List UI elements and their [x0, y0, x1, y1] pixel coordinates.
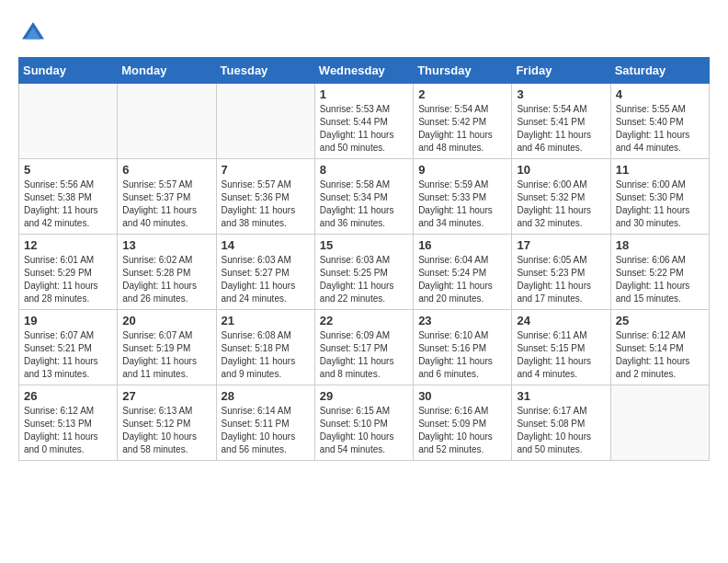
day-number: 16 — [418, 238, 506, 252]
day-cell: 28Sunrise: 6:14 AM Sunset: 5:11 PM Dayli… — [216, 385, 314, 461]
day-info: Sunrise: 6:07 AM Sunset: 5:19 PM Dayligh… — [122, 329, 210, 381]
day-number: 26 — [24, 389, 112, 403]
weekday-header-saturday: Saturday — [610, 58, 709, 84]
day-cell: 22Sunrise: 6:09 AM Sunset: 5:17 PM Dayli… — [314, 310, 413, 385]
day-cell: 31Sunrise: 6:17 AM Sunset: 5:08 PM Dayli… — [512, 385, 610, 461]
week-row-4: 19Sunrise: 6:07 AM Sunset: 5:21 PM Dayli… — [19, 310, 710, 385]
day-info: Sunrise: 5:57 AM Sunset: 5:37 PM Dayligh… — [122, 178, 210, 230]
day-info: Sunrise: 6:03 AM Sunset: 5:27 PM Dayligh… — [222, 254, 310, 305]
day-cell: 10Sunrise: 6:00 AM Sunset: 5:32 PM Dayli… — [512, 159, 610, 235]
week-row-5: 26Sunrise: 6:12 AM Sunset: 5:13 PM Dayli… — [19, 385, 710, 461]
day-cell: 5Sunrise: 5:56 AM Sunset: 5:38 PM Daylig… — [19, 159, 118, 235]
day-cell: 21Sunrise: 6:08 AM Sunset: 5:18 PM Dayli… — [216, 310, 314, 385]
weekday-header-sunday: Sunday — [19, 58, 118, 84]
day-cell: 16Sunrise: 6:04 AM Sunset: 5:24 PM Dayli… — [414, 235, 512, 310]
day-info: Sunrise: 6:12 AM Sunset: 5:13 PM Dayligh… — [24, 405, 112, 456]
weekday-header-row: SundayMondayTuesdayWednesdayThursdayFrid… — [19, 58, 710, 84]
day-info: Sunrise: 5:55 AM Sunset: 5:40 PM Dayligh… — [616, 103, 704, 155]
day-info: Sunrise: 5:54 AM Sunset: 5:42 PM Dayligh… — [418, 103, 506, 155]
weekday-header-thursday: Thursday — [414, 58, 512, 84]
day-number: 10 — [517, 163, 605, 177]
day-info: Sunrise: 6:03 AM Sunset: 5:25 PM Dayligh… — [320, 254, 408, 305]
day-info: Sunrise: 6:04 AM Sunset: 5:24 PM Dayligh… — [418, 254, 506, 305]
day-info: Sunrise: 5:59 AM Sunset: 5:33 PM Dayligh… — [418, 178, 506, 230]
day-number: 14 — [222, 238, 310, 252]
day-number: 11 — [616, 163, 704, 177]
day-number: 22 — [320, 314, 408, 327]
day-info: Sunrise: 6:00 AM Sunset: 5:32 PM Dayligh… — [517, 178, 605, 230]
day-number: 4 — [616, 87, 704, 101]
day-info: Sunrise: 6:02 AM Sunset: 5:28 PM Dayligh… — [122, 254, 210, 305]
day-cell — [216, 84, 314, 159]
day-number: 30 — [418, 389, 506, 403]
day-cell: 7Sunrise: 5:57 AM Sunset: 5:36 PM Daylig… — [216, 159, 314, 235]
day-number: 3 — [517, 87, 605, 101]
day-cell: 8Sunrise: 5:58 AM Sunset: 5:34 PM Daylig… — [314, 159, 413, 235]
day-number: 15 — [320, 238, 408, 252]
day-cell: 2Sunrise: 5:54 AM Sunset: 5:42 PM Daylig… — [414, 84, 512, 159]
day-info: Sunrise: 6:07 AM Sunset: 5:21 PM Dayligh… — [24, 329, 112, 381]
day-cell: 1Sunrise: 5:53 AM Sunset: 5:44 PM Daylig… — [314, 84, 413, 159]
day-cell: 26Sunrise: 6:12 AM Sunset: 5:13 PM Dayli… — [19, 385, 118, 461]
day-number: 6 — [122, 163, 210, 177]
day-info: Sunrise: 5:56 AM Sunset: 5:38 PM Dayligh… — [24, 178, 112, 230]
day-number: 5 — [24, 163, 112, 177]
day-info: Sunrise: 6:08 AM Sunset: 5:18 PM Dayligh… — [222, 329, 310, 381]
day-number: 2 — [418, 87, 506, 101]
day-number: 29 — [320, 389, 408, 403]
day-info: Sunrise: 6:12 AM Sunset: 5:14 PM Dayligh… — [616, 329, 704, 381]
day-cell: 6Sunrise: 5:57 AM Sunset: 5:37 PM Daylig… — [118, 159, 216, 235]
week-row-2: 5Sunrise: 5:56 AM Sunset: 5:38 PM Daylig… — [19, 159, 710, 235]
day-number: 7 — [222, 163, 310, 177]
day-info: Sunrise: 6:01 AM Sunset: 5:29 PM Dayligh… — [24, 254, 112, 305]
day-cell: 12Sunrise: 6:01 AM Sunset: 5:29 PM Dayli… — [19, 235, 118, 310]
day-cell: 4Sunrise: 5:55 AM Sunset: 5:40 PM Daylig… — [610, 84, 709, 159]
day-info: Sunrise: 6:14 AM Sunset: 5:11 PM Dayligh… — [222, 405, 310, 456]
day-number: 19 — [24, 314, 112, 327]
day-number: 8 — [320, 163, 408, 177]
week-row-1: 1Sunrise: 5:53 AM Sunset: 5:44 PM Daylig… — [19, 84, 710, 159]
day-cell: 27Sunrise: 6:13 AM Sunset: 5:12 PM Dayli… — [118, 385, 216, 461]
day-number: 23 — [418, 314, 506, 327]
day-cell: 25Sunrise: 6:12 AM Sunset: 5:14 PM Dayli… — [610, 310, 709, 385]
day-cell: 18Sunrise: 6:06 AM Sunset: 5:22 PM Dayli… — [610, 235, 709, 310]
day-info: Sunrise: 6:10 AM Sunset: 5:16 PM Dayligh… — [418, 329, 506, 381]
day-number: 28 — [222, 389, 310, 403]
day-number: 25 — [616, 314, 704, 327]
day-cell: 14Sunrise: 6:03 AM Sunset: 5:27 PM Dayli… — [216, 235, 314, 310]
day-info: Sunrise: 6:06 AM Sunset: 5:22 PM Dayligh… — [616, 254, 704, 305]
weekday-header-tuesday: Tuesday — [216, 58, 314, 84]
day-info: Sunrise: 6:11 AM Sunset: 5:15 PM Dayligh… — [517, 329, 605, 381]
day-cell: 24Sunrise: 6:11 AM Sunset: 5:15 PM Dayli… — [512, 310, 610, 385]
day-number: 18 — [616, 238, 704, 252]
day-cell: 30Sunrise: 6:16 AM Sunset: 5:09 PM Dayli… — [414, 385, 512, 461]
day-info: Sunrise: 5:53 AM Sunset: 5:44 PM Dayligh… — [320, 103, 408, 155]
day-cell: 17Sunrise: 6:05 AM Sunset: 5:23 PM Dayli… — [512, 235, 610, 310]
day-number: 24 — [517, 314, 605, 327]
day-info: Sunrise: 6:00 AM Sunset: 5:30 PM Dayligh… — [616, 178, 704, 230]
logo — [18, 18, 50, 48]
day-cell — [19, 84, 118, 159]
day-info: Sunrise: 6:17 AM Sunset: 5:08 PM Dayligh… — [517, 405, 605, 456]
day-info: Sunrise: 6:13 AM Sunset: 5:12 PM Dayligh… — [122, 405, 210, 456]
day-number: 21 — [222, 314, 310, 327]
day-cell: 13Sunrise: 6:02 AM Sunset: 5:28 PM Dayli… — [118, 235, 216, 310]
week-row-3: 12Sunrise: 6:01 AM Sunset: 5:29 PM Dayli… — [19, 235, 710, 310]
day-info: Sunrise: 5:54 AM Sunset: 5:41 PM Dayligh… — [517, 103, 605, 155]
day-cell: 15Sunrise: 6:03 AM Sunset: 5:25 PM Dayli… — [314, 235, 413, 310]
day-info: Sunrise: 6:16 AM Sunset: 5:09 PM Dayligh… — [418, 405, 506, 456]
weekday-header-wednesday: Wednesday — [314, 58, 413, 84]
day-info: Sunrise: 6:09 AM Sunset: 5:17 PM Dayligh… — [320, 329, 408, 381]
day-cell — [610, 385, 709, 461]
day-cell: 19Sunrise: 6:07 AM Sunset: 5:21 PM Dayli… — [19, 310, 118, 385]
day-number: 9 — [418, 163, 506, 177]
day-info: Sunrise: 6:05 AM Sunset: 5:23 PM Dayligh… — [517, 254, 605, 305]
day-number: 31 — [517, 389, 605, 403]
day-number: 17 — [517, 238, 605, 252]
day-info: Sunrise: 5:58 AM Sunset: 5:34 PM Dayligh… — [320, 178, 408, 230]
day-number: 20 — [122, 314, 210, 327]
day-number: 27 — [122, 389, 210, 403]
day-info: Sunrise: 5:57 AM Sunset: 5:36 PM Dayligh… — [222, 178, 310, 230]
day-number: 12 — [24, 238, 112, 252]
page: SundayMondayTuesdayWednesdayThursdayFrid… — [0, 0, 728, 563]
